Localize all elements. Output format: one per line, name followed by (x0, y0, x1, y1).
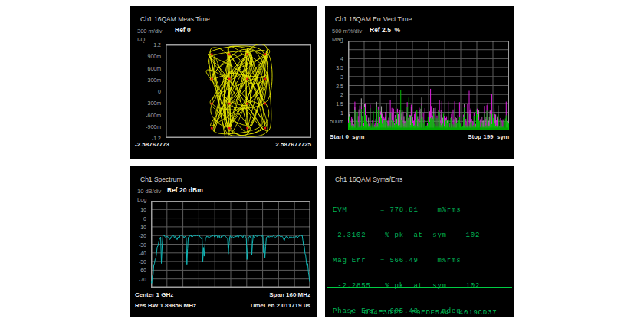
separator-line (327, 284, 512, 288)
panel-title: Ch1 16QAM Syms/Errs (335, 176, 402, 183)
time-len-label: TimeLen 2.011719 us (250, 303, 310, 309)
y-tick-label: -60 (139, 268, 146, 273)
y-tick-label: -600m (146, 112, 161, 117)
panel-title: Ch1 16QAM Meas Time (140, 16, 210, 23)
evm-baseline (349, 128, 508, 130)
x-axis-stop-label: Stop 199 sym (468, 134, 509, 140)
evm-peak-row: 2.3102 % pk at sym 102 (333, 232, 485, 240)
scale-per-div-label: 300 m/div (137, 28, 163, 34)
iq-constellation-plot: 1.2900m600m300m0-300m-600m-900m-1.2 (166, 44, 311, 138)
y-tick-label: -10 (139, 224, 146, 229)
spectrum-plot: 100-10-20-30-40-50-60-70 (151, 201, 310, 288)
iq-trace (206, 44, 272, 138)
axis-format-label: I-Q (137, 37, 145, 43)
y-tick-label: 0 (143, 215, 146, 221)
y-tick-label: 1 (340, 110, 343, 115)
res-bw-label: Res BW 1.89856 MHz (135, 303, 196, 309)
y-tick-label: 3.5 (336, 65, 343, 71)
y-tick-label: -300m (146, 100, 161, 106)
panel-title: Ch1 16QAM Err Vect Time (335, 16, 412, 23)
panel-meas-time[interactable]: Ch1 16QAM Meas Time 300 m/div Ref 0 I-Q … (130, 6, 317, 159)
scale-per-div-label: 500 m%/div (332, 28, 362, 34)
spectrum-plot-canvas (151, 201, 310, 288)
y-tick-label: 500m (330, 119, 343, 124)
y-tick-label: 4 (340, 56, 343, 61)
y-tick-label: 300m (147, 77, 161, 82)
evm-plot-canvas (348, 41, 509, 130)
y-tick-label: 2.5 (336, 83, 343, 88)
y-tick-label: 1.5 (336, 100, 343, 106)
ref-level-label: Ref 0 (175, 27, 191, 34)
y-tick-label: 1.2 (153, 42, 161, 48)
ref-level-label: Ref 20 dBm (167, 187, 203, 194)
x-axis-start-label: Start 0 sym (330, 134, 364, 140)
span-label: Span 160 MHz (269, 292, 310, 298)
y-tick-label: -900m (146, 123, 161, 129)
y-tick-label: -1.2 (152, 136, 161, 141)
ref-level-label: Ref 2.5 % (370, 27, 400, 34)
symbol-hex-table: 0 D94E3D17 E9EDF5A4 4019CD37 24 2B62D76A… (345, 290, 497, 322)
panel-syms-errs[interactable]: Ch1 16QAM Syms/Errs EVM = 778.81 m%rms 2… (325, 166, 514, 317)
y-tick-label: 10 (140, 207, 146, 212)
y-tick-label: -20 (139, 233, 146, 238)
y-axis-ticks: 100-10-20-30-40-50-60-70 (131, 201, 149, 288)
panel-err-vect-time[interactable]: Ch1 16QAM Err Vect Time 500 m%/div Ref 2… (325, 6, 514, 159)
vsa-screen: Ch1 16QAM Meas Time 300 m/div Ref 0 I-Q … (0, 0, 644, 322)
y-tick-label: -40 (139, 250, 146, 255)
y-tick-label: -30 (139, 242, 146, 247)
mag-err-row: Mag Err = 566.49 m%rms (333, 257, 485, 265)
iq-plot-canvas (166, 44, 311, 138)
y-tick-label: 600m (147, 65, 161, 71)
evm-row: EVM = 778.81 m%rms (333, 206, 485, 215)
center-freq-label: Center 1 GHz (135, 292, 173, 298)
evm-bar-plot: 43.532.521.51500m (348, 41, 509, 130)
panel-title: Ch1 Spectrum (140, 176, 182, 183)
y-tick-label: 900m (147, 54, 161, 59)
y-tick-label: 2 (340, 92, 343, 97)
y-axis-ticks: 43.532.521.51500m (327, 41, 346, 130)
x-axis-max-label: 2.587677725 (275, 142, 311, 148)
panel-spectrum[interactable]: Ch1 Spectrum 10 dB/div Ref 20 dBm Log 10… (130, 166, 317, 317)
scale-per-div-label: 10 dB/div (137, 189, 161, 195)
hex-row: 0 D94E3D17 E9EDF5A4 4019CD37 (345, 308, 497, 317)
x-axis-min-label: -2.58767773 (135, 142, 169, 148)
y-axis-ticks: 1.2900m600m300m0-300m-600m-900m-1.2 (135, 44, 163, 138)
y-tick-label: 0 (158, 89, 161, 94)
y-tick-label: 3 (340, 74, 343, 79)
y-tick-label: -50 (139, 259, 146, 264)
y-tick-label: -70 (139, 276, 146, 281)
